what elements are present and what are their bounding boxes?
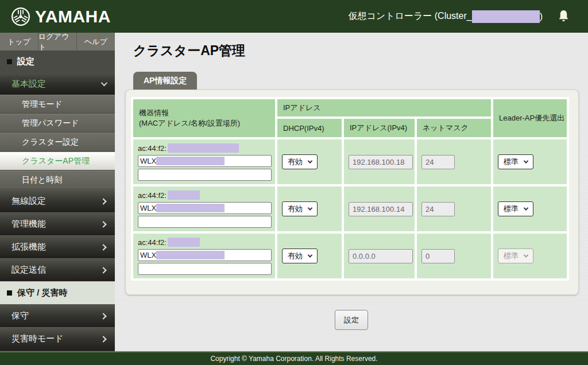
dhcp-cell: 有効 — [277, 139, 342, 184]
ap-table: 機器情報 (MACアドレス/名称/設置場所) IPアドレス Leader-AP優… — [131, 97, 569, 281]
sidebar-section-settings: 設定 — [0, 51, 115, 73]
col-header-ip: IPアドレス(IPv4) — [344, 119, 415, 137]
sidebar-item-wireless-settings[interactable]: 無線設定 — [0, 189, 115, 212]
ap-name-input[interactable]: WLX — [138, 155, 272, 167]
ap-location-input[interactable] — [138, 216, 272, 228]
sidebar-item-basic-settings[interactable]: 基本設定 — [0, 73, 115, 95]
leader-ap-select[interactable]: 標準 — [498, 201, 533, 216]
device-info-cell: ac:44:f2: WLX — [133, 234, 275, 278]
sidebar-item-cluster-ap-management[interactable]: クラスターAP管理 — [0, 152, 115, 170]
sidebar-tabbar: トップ ログアウト ヘルプ — [0, 33, 115, 51]
copyright-text: Copyright © Yamaha Corporation. All Righ… — [210, 355, 377, 363]
col-header-ip-group: IPアドレス — [277, 99, 491, 117]
sidebar-section-maintenance: 保守 / 災害時 — [0, 281, 115, 304]
sidebar-item-config-send[interactable]: 設定送信 — [0, 258, 115, 281]
chevron-right-icon — [100, 244, 106, 250]
leader-cell: 標準 — [493, 139, 567, 184]
notification-bell-icon[interactable] — [558, 10, 570, 23]
yamaha-logo: YAMAHA — [10, 6, 111, 27]
sidebar-item-management-mode[interactable]: 管理モード — [0, 95, 115, 114]
chevron-down-icon — [308, 253, 312, 257]
nav-tab-top[interactable]: トップ — [0, 33, 38, 51]
dhcp-cell: 有効 — [277, 234, 342, 278]
leader-ap-select-disabled: 標準 — [498, 248, 533, 263]
chevron-right-icon — [100, 336, 106, 342]
sidebar-item-disaster-mode[interactable]: 災害時モード — [0, 327, 115, 350]
ip-cell — [344, 139, 415, 184]
chevron-down-icon — [101, 80, 107, 86]
ap-settings-panel: 機器情報 (MACアドレス/名称/設置場所) IPアドレス Leader-AP優… — [125, 90, 579, 295]
redaction-box — [168, 191, 200, 200]
sidebar-item-cluster-settings[interactable]: クラスター設定 — [0, 133, 115, 152]
sidebar-item-management-functions[interactable]: 管理機能 — [0, 212, 115, 235]
dhcp-select[interactable]: 有効 — [282, 201, 318, 216]
ap-location-input[interactable] — [138, 169, 272, 181]
ip-address-input — [349, 249, 413, 263]
redaction-box — [168, 143, 239, 153]
sidebar: トップ ログアウト ヘルプ 設定 基本設定 管理モード 管理パスワード クラスタ… — [0, 33, 115, 351]
ap-name-input[interactable]: WLX — [138, 249, 272, 261]
netmask-input — [421, 249, 455, 263]
yamaha-mark-icon — [10, 6, 31, 27]
dhcp-cell: 有効 — [277, 187, 342, 231]
redaction-box — [168, 238, 200, 247]
top-bar: YAMAHA 仮想コントローラー (Cluster_ ) — [0, 0, 588, 33]
nav-tab-logout[interactable]: ログアウト — [38, 33, 77, 51]
sidebar-item-date-time[interactable]: 日付と時刻 — [0, 170, 115, 189]
mac-address: ac:44:f2: — [138, 143, 272, 153]
chevron-down-icon — [524, 205, 528, 210]
ip-address-input — [349, 202, 413, 216]
main-content: クラスターAP管理 AP情報設定 機器情報 (MACアドレス/名称/設置場所) … — [115, 33, 588, 351]
chevron-down-icon — [308, 158, 312, 163]
chevron-right-icon — [100, 198, 106, 204]
mac-address: ac:44:f2: — [138, 237, 272, 247]
sidebar-item-extended-functions[interactable]: 拡張機能 — [0, 235, 115, 258]
netmask-input — [421, 202, 455, 216]
chevron-down-icon — [524, 158, 528, 163]
tab-ap-info-settings[interactable]: AP情報設定 — [133, 72, 197, 90]
chevron-right-icon — [100, 313, 106, 319]
col-header-dhcp: DHCP(IPv4) — [277, 119, 342, 137]
netmask-cell — [417, 139, 491, 184]
table-row: ac:44:f2: WLX 有効 — [133, 187, 567, 231]
sidebar-item-admin-password[interactable]: 管理パスワード — [0, 114, 115, 133]
dhcp-select[interactable]: 有効 — [282, 248, 318, 263]
leader-cell: 標準 — [493, 234, 567, 278]
leader-ap-select[interactable]: 標準 — [498, 154, 533, 169]
ap-name-input[interactable]: WLX — [138, 202, 272, 214]
col-header-leader-ap: Leader-AP優先選出 — [493, 99, 567, 137]
dhcp-select[interactable]: 有効 — [282, 154, 318, 169]
leader-cell: 標準 — [493, 187, 567, 231]
col-header-device-info: 機器情報 (MACアドレス/名称/設置場所) — [133, 99, 275, 137]
device-info-cell: ac:44:f2: WLX — [133, 139, 275, 184]
table-row: ac:44:f2: WLX 有効 — [133, 139, 567, 184]
square-bullet-icon — [7, 59, 12, 64]
square-bullet-icon — [7, 290, 12, 296]
app-window: YAMAHA 仮想コントローラー (Cluster_ ) トップ ログアウト ヘ… — [0, 0, 588, 365]
mac-address: ac:44:f2: — [138, 190, 272, 200]
col-header-netmask: ネットマスク — [417, 119, 491, 137]
redaction-box — [156, 204, 225, 212]
controller-title: 仮想コントローラー (Cluster_ ) — [348, 10, 543, 23]
brand-text: YAMAHA — [35, 7, 111, 26]
chevron-down-icon — [524, 253, 528, 257]
netmask-cell — [417, 234, 491, 278]
chevron-right-icon — [100, 221, 106, 227]
redaction-box — [156, 157, 225, 165]
ip-cell — [344, 234, 415, 278]
submit-button[interactable]: 設定 — [335, 310, 368, 330]
device-info-cell: ac:44:f2: WLX — [133, 187, 275, 231]
ip-address-input — [349, 155, 413, 169]
chevron-right-icon — [100, 267, 106, 273]
page-title: クラスターAP管理 — [133, 42, 588, 60]
ip-cell — [344, 187, 415, 231]
sidebar-item-maintenance[interactable]: 保守 — [0, 304, 115, 327]
redaction-box — [472, 10, 540, 23]
nav-tab-help[interactable]: ヘルプ — [77, 33, 115, 51]
redaction-box — [156, 251, 225, 259]
netmask-cell — [417, 187, 491, 231]
table-row: ac:44:f2: WLX 有効 — [133, 234, 567, 278]
footer: Copyright © Yamaha Corporation. All Righ… — [0, 351, 588, 365]
ap-location-input[interactable] — [138, 263, 272, 275]
chevron-down-icon — [308, 205, 312, 210]
